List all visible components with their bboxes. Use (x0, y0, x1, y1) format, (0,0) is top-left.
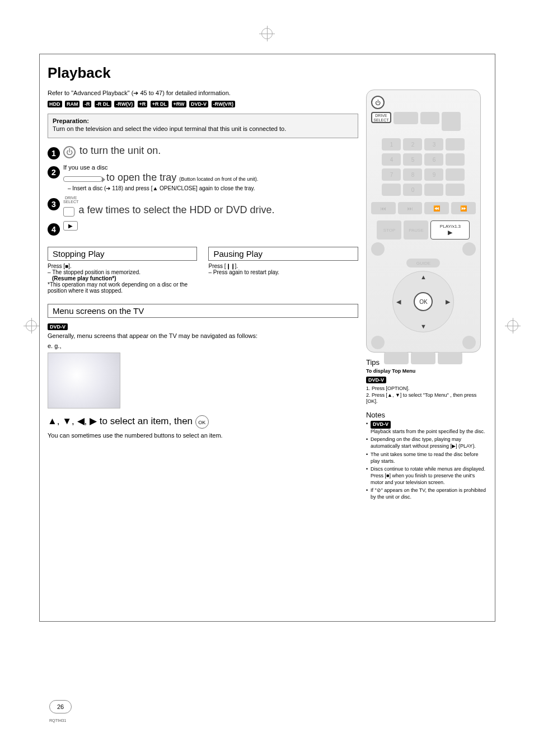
menu-body: Generally, menu screens that appear on t… (48, 332, 358, 339)
stopping-l2: – The stopped position is memorized. (48, 269, 197, 275)
pausing-l2: – Press again to restart play. (208, 269, 358, 275)
remote-faded-btn (446, 184, 465, 196)
page-number: 26 (49, 700, 72, 713)
stopping-l4: *This operation may not work depending o… (48, 281, 197, 294)
crop-mark-left (24, 318, 39, 334)
remote-key: 5 (403, 153, 422, 166)
remote-dpad: ▲ ▼ ◀ ▶ OK (392, 271, 454, 332)
up-arrow-icon (48, 416, 57, 426)
remote-power-icon: ⏻ (371, 96, 385, 109)
prep-body: Turn on the television and select the vi… (53, 125, 353, 132)
example-screenshot (48, 353, 120, 408)
remote-key: 3 (424, 138, 443, 151)
remote-faded-btn (446, 153, 465, 166)
menu-screens-header: Menu screens on the TV (48, 304, 358, 318)
tag: HDD (48, 101, 62, 107)
step2-intro: If you use a disc (63, 164, 358, 171)
doc-code: RQT9431 (49, 719, 66, 722)
right-column: ⏻ DRIVE SELECT 1 2 3 4 (366, 90, 487, 503)
step2-bullet-b: 118) and press [▲ OPEN/CLOSE] again to c… (110, 185, 255, 191)
remote-faded-btn (411, 352, 435, 364)
remote-faded-btn: ⏮ (371, 202, 396, 214)
left-arrow-icon (77, 416, 85, 426)
tips-l1: 1. Press [OPTION]. (366, 386, 487, 392)
remote-faded-btn (446, 138, 465, 151)
tag: -R DL (95, 101, 111, 107)
remote-key: 1 (382, 138, 401, 151)
ref-line: Refer to "Advanced Playback" (➔ 45 to 47… (48, 90, 358, 97)
remote-faded-btn (420, 112, 439, 124)
tips-l2: 2. Press [▲, ▼] to select "Top Menu" , t… (366, 392, 487, 405)
drive-select-label: DRIVE SELECT (63, 196, 78, 204)
tag: RAM (65, 101, 80, 107)
ref-line-a: Refer to "Advanced Playback" ( (48, 90, 133, 96)
remote-play: PLAY/x1.3 ▶ (430, 220, 470, 240)
remote-faded-btn (462, 242, 476, 256)
dpad-down-icon: ▼ (420, 323, 427, 330)
nav-instruction: , , , to select an item, then OK (48, 415, 358, 429)
ref-line-b: 45 to 47) for detailed information. (138, 90, 230, 96)
notes-header: Notes (366, 411, 487, 419)
tag: +R DL (151, 101, 168, 107)
play-triangle-icon: ▶ (448, 229, 452, 236)
step-number-icon: 4 (48, 223, 60, 236)
crop-mark-top (259, 26, 275, 41)
remote-key: 7 (382, 168, 401, 181)
down-arrow-icon (62, 416, 72, 426)
remote-faded-btn (446, 168, 465, 181)
step-2: 2 If you use a disc to open the tray (Bu… (48, 164, 358, 191)
remote-faded-btn (462, 336, 476, 349)
crop-mark-right (505, 318, 521, 334)
step-number-icon: 2 (48, 166, 60, 179)
step-number-icon: 1 (48, 147, 60, 159)
stop-pause-row: Stopping Play Press [■]. – The stopped p… (48, 240, 358, 294)
note-item: Depending on the disc type, playing may … (366, 436, 487, 449)
right-arrow-icon (90, 416, 97, 426)
step2-main: to open the tray (106, 172, 179, 183)
remote-faded-btn (442, 112, 461, 131)
stopping-play-header: Stopping Play (48, 247, 197, 261)
dpad-left-icon: ◀ (396, 298, 401, 306)
remote-faded-btn (394, 112, 418, 124)
tag: -R (83, 101, 92, 107)
prep-header: Preparation: (53, 118, 353, 124)
note-item: The unit takes some time to read the dis… (366, 452, 487, 464)
remote-key: 6 (424, 153, 443, 166)
step1-text: to turn the unit on. (79, 145, 161, 156)
remote-faded-btn (424, 184, 443, 196)
remote-stop: STOP (377, 220, 401, 240)
remote-faded-btn (371, 242, 385, 256)
note-item: If "⊘" appears on the TV, the operation … (366, 487, 487, 500)
note-item: Discs continue to rotate while menus are… (366, 466, 487, 486)
tag: +RW (172, 101, 186, 107)
remote-key: 4 (382, 153, 401, 166)
tag: -RW(VR) (212, 101, 235, 107)
remote-faded-btn (382, 184, 401, 196)
tag: -RW(V) (114, 101, 134, 107)
step3-text: a few times to select the HDD or DVD dri… (78, 204, 274, 215)
stopping-l1: Press [■]. (48, 263, 197, 269)
step-3: 3 DRIVE SELECT a few times to select the… (48, 196, 358, 217)
step2-bullet: – Insert a disc (➔ 118) and press [▲ OPE… (63, 185, 358, 191)
notes-list: DVD-V Playback starts from the point spe… (366, 421, 487, 501)
dpad-right-icon: ▶ (446, 298, 450, 306)
tips-subheader: To display Top Menu (366, 368, 487, 374)
remote-play-label: PLAY/x1.3 (440, 224, 461, 229)
tag: +R (138, 101, 148, 107)
tag: DVD-V (189, 101, 208, 107)
ok-icon: OK (195, 415, 209, 429)
remote-faded-btn: ⏩ (451, 202, 476, 214)
tips-dvd-tag: DVD-V (366, 377, 386, 383)
step-4: 4 ▶ (48, 221, 358, 236)
drive-select-icon (63, 207, 74, 217)
remote-faded-btn (384, 352, 409, 364)
format-tags: HDD RAM -R -R DL -RW(V) +R +R DL +RW DVD… (48, 98, 358, 108)
dvd-v-tag: DVD-V (48, 323, 68, 330)
step2-bullet-a: – Insert a disc ( (68, 185, 106, 191)
notes-dvd-tag: DVD-V (371, 421, 391, 429)
page-title: Playback (48, 64, 487, 82)
pausing-l1: Press [❙❙]. (208, 263, 358, 269)
remote-illustration: ⏻ DRIVE SELECT 1 2 3 4 (366, 90, 481, 353)
remote-key: 0 (403, 184, 422, 196)
remote-key: 2 (403, 138, 422, 151)
